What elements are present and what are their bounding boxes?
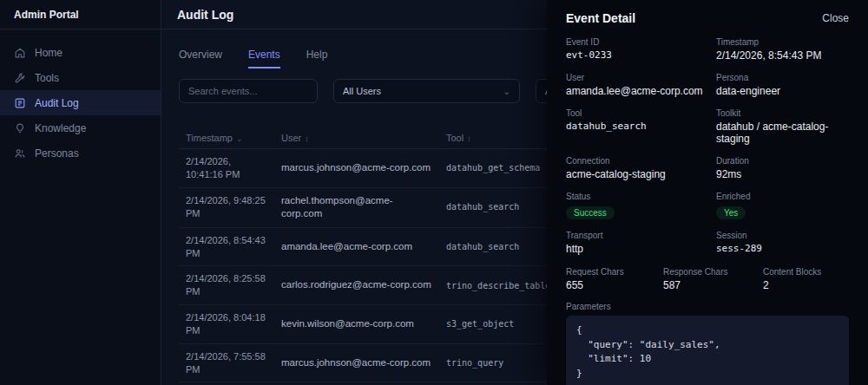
field-status: Status Success bbox=[566, 192, 716, 219]
field-tool: Tool datahub_search bbox=[566, 108, 716, 145]
event-detail-title: Event Detail bbox=[566, 11, 635, 25]
sort-icon: ⌄ bbox=[236, 134, 243, 143]
home-icon bbox=[14, 47, 26, 59]
sidebar: Admin Portal Home Tools Audit Log bbox=[0, 0, 161, 385]
parameters-label: Parameters bbox=[566, 302, 849, 311]
enriched-badge: Yes bbox=[716, 206, 746, 219]
people-icon bbox=[14, 147, 26, 160]
stat-response-chars: Response Chars 587 bbox=[663, 267, 763, 291]
tab-events[interactable]: Events bbox=[248, 49, 280, 69]
column-header-user[interactable]: User↕ bbox=[274, 127, 439, 149]
field-timestamp: Timestamp 2/14/2026, 8:54:43 PM bbox=[716, 37, 849, 62]
close-button[interactable]: Close bbox=[822, 12, 849, 24]
sort-icon: ↕ bbox=[467, 134, 471, 143]
sidebar-item-label: Audit Log bbox=[35, 97, 79, 109]
parameters-section: Parameters { "query": "daily_sales", "li… bbox=[566, 302, 849, 385]
app-title: Admin Portal bbox=[0, 0, 161, 29]
stat-request-chars: Request Chars 655 bbox=[566, 267, 663, 291]
sidebar-item-label: Tools bbox=[35, 72, 59, 84]
sidebar-item-label: Personas bbox=[35, 147, 79, 160]
wrench-icon bbox=[14, 72, 26, 84]
sort-icon: ↕ bbox=[305, 134, 309, 143]
field-toolkit: Toolkit datahub / acme-catalog-staging bbox=[716, 108, 849, 145]
sidebar-nav: Home Tools Audit Log Knowledge bbox=[0, 29, 161, 166]
field-event-id: Event ID evt-0233 bbox=[566, 37, 716, 62]
sidebar-item-home[interactable]: Home bbox=[0, 40, 161, 65]
lightbulb-icon bbox=[14, 122, 26, 134]
chevron-down-icon: ⌄ bbox=[503, 87, 510, 96]
sidebar-item-audit-log[interactable]: Audit Log bbox=[0, 90, 161, 115]
sidebar-item-personas[interactable]: Personas bbox=[0, 140, 161, 166]
event-detail-header: Event Detail Close bbox=[566, 11, 849, 25]
field-connection: Connection acme-catalog-staging bbox=[566, 156, 716, 180]
app-root: Admin Portal Home Tools Audit Log bbox=[0, 0, 868, 385]
sidebar-item-knowledge[interactable]: Knowledge bbox=[0, 115, 161, 140]
field-transport: Transport http bbox=[566, 231, 716, 255]
search-input[interactable] bbox=[179, 79, 318, 103]
user-filter-value: All Users bbox=[343, 86, 381, 96]
event-detail-panel: Event Detail Close Event ID evt-0233 Tim… bbox=[547, 0, 868, 385]
sidebar-item-tools[interactable]: Tools bbox=[0, 65, 161, 90]
stat-content-blocks: Content Blocks 2 bbox=[763, 267, 849, 291]
column-header-timestamp[interactable]: Timestamp⌄ bbox=[179, 127, 274, 149]
field-duration: Duration 92ms bbox=[716, 156, 849, 180]
tab-help[interactable]: Help bbox=[306, 49, 328, 69]
audit-log-icon bbox=[14, 97, 26, 109]
field-persona: Persona data-engineer bbox=[716, 73, 849, 97]
field-user: User amanda.lee@acme-corp.com bbox=[566, 73, 716, 97]
event-detail-stats: Request Chars 655 Response Chars 587 Con… bbox=[566, 267, 849, 291]
event-detail-fields: Event ID evt-0233 Timestamp 2/14/2026, 8… bbox=[566, 37, 849, 255]
sidebar-item-label: Home bbox=[35, 47, 62, 59]
tab-overview[interactable]: Overview bbox=[179, 49, 222, 69]
parameters-code-block: { "query": "daily_sales", "limit": 10 } bbox=[566, 316, 849, 385]
field-enriched: Enriched Yes bbox=[716, 192, 849, 219]
user-filter-select[interactable]: All Users ⌄ bbox=[333, 79, 520, 103]
status-badge: Success bbox=[566, 206, 615, 219]
sidebar-item-label: Knowledge bbox=[35, 122, 86, 134]
field-session: Session sess-289 bbox=[716, 231, 849, 255]
